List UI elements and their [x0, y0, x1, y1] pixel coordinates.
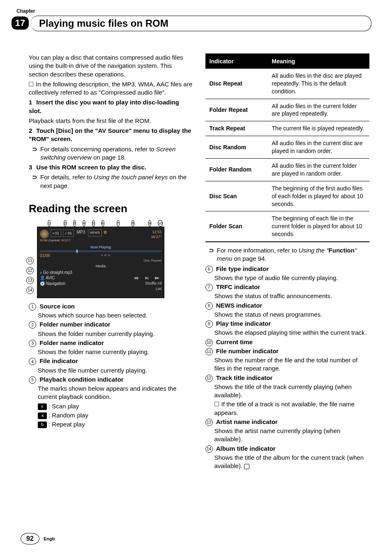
- step-2-sub: ⊃ For details concerning operations, ref…: [29, 145, 193, 162]
- ref-arrow-icon: ⊃: [32, 173, 37, 181]
- intro-text: You can play a disc that contains compre…: [29, 53, 193, 79]
- rom-screen-figure: 1 234 56 7 8 910 ▪ 01 ♪ 01 MP3 NEWS ✿: [37, 220, 164, 298]
- chapter-title: Playing music files on ROM: [39, 18, 168, 29]
- news-indicator: NEWS: [88, 229, 102, 236]
- section-end-icon: [244, 464, 249, 469]
- th-meaning: Meaning: [267, 54, 369, 69]
- ref-arrow-icon: ⊃: [209, 246, 214, 255]
- play-time: 00'27": [151, 234, 161, 239]
- trfc-icon: ✿: [104, 229, 107, 235]
- track-title: ♪ Go straight.mp3: [40, 270, 161, 276]
- table-row: Folder ScanThe beginning of each file in…: [205, 211, 370, 242]
- media-button[interactable]: Media: [40, 264, 161, 269]
- th-indicator: Indicator: [205, 54, 268, 69]
- track-position: 01/06: [40, 253, 50, 259]
- step-1-desc: Playback starts from the first file of t…: [29, 117, 193, 125]
- random-icon: ⤨: [38, 412, 47, 419]
- transport-controls[interactable]: ⏮ ⏯ ⏭: [134, 275, 161, 281]
- left-indicator-list: 1 Source icon Shows which source has bee…: [29, 302, 193, 429]
- language-code: Engb: [44, 536, 55, 541]
- page-footer: 92 Engb: [21, 533, 55, 544]
- chapter-number-badge: 17: [12, 16, 29, 30]
- now-playing-label: Now Playing: [40, 245, 161, 250]
- indicator-meaning-table: Indicator Meaning Disc RepeatAll audio f…: [205, 53, 370, 242]
- table-row: Folder RandomAll audio files in the curr…: [205, 159, 370, 181]
- step-1-head: 1Insert the disc you want to play into d…: [29, 98, 193, 115]
- folder-num: ▪ 01: [51, 229, 61, 237]
- function-ref-note: ⊃ For more information, refer to Using t…: [205, 246, 370, 263]
- page-number: 92: [21, 533, 39, 544]
- artist-name: 👤 AVIC: [40, 275, 55, 281]
- filetype: MP3: [76, 229, 86, 235]
- list-button[interactable]: List: [40, 286, 161, 291]
- table-row: Disc RandomAll audio files in the curren…: [205, 136, 370, 159]
- chapter-title-wrap: Playing music files on ROM: [31, 16, 371, 31]
- table-row: Track RepeatThe current file is played r…: [205, 121, 370, 136]
- repeat-icon: ↻: [38, 422, 47, 428]
- ref-arrow-icon: ⊃: [32, 145, 37, 153]
- step-3-sub: ⊃ For details, refer to Using the touch …: [29, 173, 193, 190]
- reading-the-screen-heading: Reading the screen: [29, 202, 193, 216]
- file-num: ♪ 01: [63, 229, 74, 237]
- source-icon: [40, 229, 49, 239]
- scan-icon: ≡: [38, 403, 47, 410]
- current-time: 12:53: [151, 229, 161, 234]
- left-column: You can play a disc that contains compre…: [29, 53, 193, 471]
- step-3-head: 3Use this ROM screen to play the disc.: [29, 163, 193, 171]
- callout-1: 1: [48, 220, 51, 227]
- shuffle-button[interactable]: Shuffle All: [145, 281, 161, 287]
- intro-note: In the following description, the MP3, W…: [29, 80, 193, 97]
- note-bullet-icon: [29, 82, 33, 86]
- chapter-label: Chapter: [16, 8, 35, 14]
- table-row: Disc RepeatAll audio files in the disc a…: [205, 69, 370, 99]
- step-2-head: 2Touch [Disc] on the "AV Source" menu to…: [29, 127, 193, 144]
- album-title: 💿 Navigation: [40, 281, 65, 287]
- disc-repeat-label: Disc Repeat: [40, 259, 161, 263]
- table-row: Folder RepeatAll audio files in the curr…: [205, 99, 370, 121]
- table-row: Disc ScanThe beginning of the first audi…: [205, 181, 370, 211]
- note-bullet-icon: [214, 402, 219, 406]
- right-indicator-list: 6 File type indicator Shows the type of …: [205, 265, 370, 470]
- right-column: Indicator Meaning Disc RepeatAll audio f…: [205, 53, 370, 471]
